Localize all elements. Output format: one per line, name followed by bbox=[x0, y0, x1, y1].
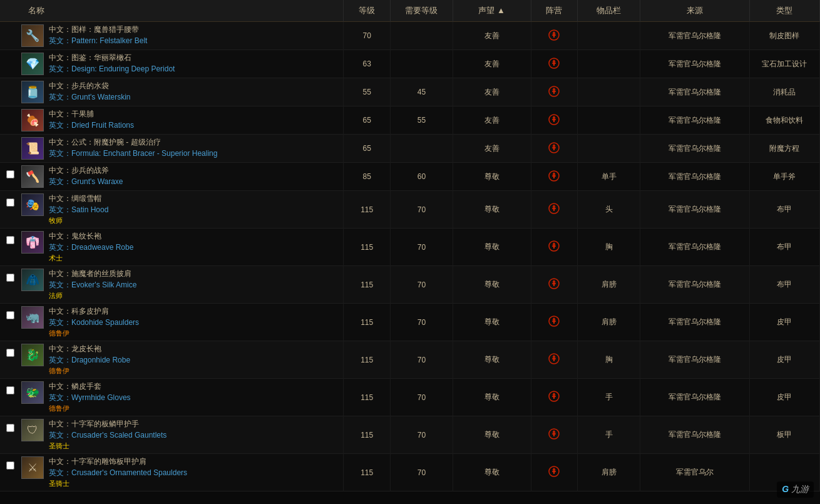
item-type: 附魔方程 bbox=[749, 135, 819, 163]
item-en-name[interactable]: 英文：Dragonhide Robe bbox=[49, 355, 130, 366]
item-names: 中文：鬼纹长袍英文：Dreadweave Robe术士 bbox=[49, 231, 133, 263]
item-level: 115 bbox=[344, 341, 391, 379]
item-en-name[interactable]: 英文：Dreadweave Robe bbox=[49, 242, 133, 253]
watermark: G 九游 bbox=[777, 481, 814, 491]
item-en-name[interactable]: 英文：Satin Hood bbox=[49, 205, 108, 215]
item-cn-name: 中文：施魔者的丝质披肩 bbox=[49, 269, 136, 279]
reputation-value: 友善 bbox=[453, 22, 531, 50]
table-row[interactable]: 🪓中文：步兵的战斧英文：Grunt's Waraxe8560尊敬 单手军需官乌尔… bbox=[0, 163, 820, 191]
item-source: 军需官乌尔格隆 bbox=[640, 266, 750, 304]
table-row[interactable]: 👘中文：鬼纹长袍英文：Dreadweave Robe术士11570尊敬 胸军需官… bbox=[0, 229, 820, 266]
row-checkbox[interactable] bbox=[6, 274, 14, 282]
sort-arrow-icon: ▲ bbox=[497, 6, 505, 15]
svg-point-7 bbox=[553, 118, 555, 121]
item-en-name[interactable]: 英文：Crusader's Scaled Gauntlets bbox=[49, 430, 167, 441]
svg-point-23 bbox=[553, 395, 555, 398]
reputation-value: 尊敬 bbox=[453, 304, 531, 341]
item-type: 板甲 bbox=[749, 416, 819, 454]
row-checkbox[interactable] bbox=[6, 424, 14, 432]
col-req-level: 需要等级 bbox=[391, 0, 453, 22]
item-cn-name: 中文：鬼纹长袍 bbox=[49, 231, 133, 242]
item-names: 中文：步兵的战斧英文：Grunt's Waraxe bbox=[49, 165, 123, 187]
col-source: 来源 bbox=[640, 0, 750, 22]
table-row[interactable]: 🍖中文：干果脯英文：Dried Fruit Rations6555友善 军需官乌… bbox=[0, 106, 820, 135]
reputation-value: 友善 bbox=[453, 50, 531, 78]
item-subclass: 德鲁伊 bbox=[49, 404, 131, 413]
row-checkbox[interactable] bbox=[6, 386, 14, 394]
item-en-name[interactable]: 英文：Kodohide Spaulders bbox=[49, 317, 139, 328]
table-row[interactable]: ⚔中文：十字军的雕饰板甲护肩英文：Crusader's Ornamented S… bbox=[0, 454, 820, 491]
required-level bbox=[391, 50, 453, 78]
required-level: 45 bbox=[391, 78, 453, 106]
table-row[interactable]: 🛡中文：十字军的板鳞甲护手英文：Crusader's Scaled Gauntl… bbox=[0, 416, 820, 454]
svg-point-5 bbox=[553, 90, 555, 93]
required-level bbox=[391, 22, 453, 50]
svg-point-11 bbox=[553, 175, 555, 177]
col-reputation[interactable]: 声望 ▲ bbox=[453, 0, 531, 22]
item-en-name[interactable]: 英文：Wyrmhide Gloves bbox=[49, 393, 131, 403]
horde-icon bbox=[548, 63, 560, 71]
required-level: 60 bbox=[391, 163, 453, 191]
item-slot: 肩膀 bbox=[578, 454, 640, 491]
item-en-name[interactable]: 英文：Grunt's Waterskin bbox=[49, 92, 131, 103]
item-cn-name: 中文：图鉴：华丽翠橄石 bbox=[49, 53, 175, 63]
row-checkbox[interactable] bbox=[6, 236, 14, 244]
table-row[interactable]: 🐉中文：龙皮长袍英文：Dragonhide Robe德鲁伊11570尊敬 胸军需… bbox=[0, 341, 820, 379]
item-slot bbox=[578, 106, 640, 135]
item-names: 中文：科多皮护肩英文：Kodohide Spaulders德鲁伊 bbox=[49, 306, 139, 338]
horde-icon bbox=[548, 358, 560, 367]
faction-icon-cell bbox=[531, 304, 578, 341]
item-names: 中文：图鉴：华丽翠橄石英文：Design: Enduring Deep Peri… bbox=[49, 53, 175, 75]
item-type: 食物和饮料 bbox=[749, 106, 819, 135]
item-en-name[interactable]: 英文：Design: Enduring Deep Peridot bbox=[49, 64, 175, 75]
row-checkbox[interactable] bbox=[6, 349, 14, 357]
required-level: 70 bbox=[391, 341, 453, 379]
item-en-name[interactable]: 英文：Crusader's Ornamented Spaulders bbox=[49, 468, 187, 478]
name-cell-container: 🔧中文：图样：魔兽猎手腰带英文：Pattern: Felstalker Belt bbox=[0, 22, 344, 50]
faction-icon-cell bbox=[531, 454, 578, 491]
row-checkbox[interactable] bbox=[6, 461, 14, 470]
row-checkbox[interactable] bbox=[6, 311, 14, 319]
item-names: 中文：步兵的水袋英文：Grunt's Waterskin bbox=[49, 81, 131, 103]
item-slot bbox=[578, 78, 640, 106]
name-cell-container: 👘中文：鬼纹长袍英文：Dreadweave Robe术士 bbox=[0, 229, 344, 266]
item-icon: 🐉 bbox=[21, 344, 44, 366]
item-subclass: 牧师 bbox=[49, 216, 108, 225]
item-subclass: 术士 bbox=[49, 254, 133, 263]
table-row[interactable]: 🫙中文：步兵的水袋英文：Grunt's Waterskin5545友善 军需官乌… bbox=[0, 78, 820, 106]
item-type: 制皮图样 bbox=[749, 22, 819, 50]
item-subclass: 圣骑士 bbox=[49, 441, 167, 451]
svg-point-21 bbox=[553, 357, 555, 360]
table-row[interactable]: 🔧中文：图样：魔兽猎手腰带英文：Pattern: Felstalker Belt… bbox=[0, 22, 820, 50]
item-source: 军需官乌尔格隆 bbox=[640, 416, 750, 454]
table-row[interactable]: 🎭中文：绸缎雪帽英文：Satin Hood牧师11570尊敬 头军需官乌尔格隆布… bbox=[0, 191, 820, 229]
table-row[interactable]: 📜中文：公式：附魔护腕 - 超级治疗英文：Formula: Enchant Br… bbox=[0, 135, 820, 163]
reputation-value: 尊敬 bbox=[453, 191, 531, 229]
row-checkbox[interactable] bbox=[6, 170, 14, 178]
faction-icon-cell bbox=[531, 50, 578, 78]
item-icon: 🍖 bbox=[21, 109, 44, 131]
row-checkbox[interactable] bbox=[6, 198, 14, 207]
item-cn-name: 中文：绸缎雪帽 bbox=[49, 193, 108, 204]
item-type: 布甲 bbox=[749, 266, 819, 304]
item-subclass: 德鲁伊 bbox=[49, 329, 139, 338]
item-names: 中文：龙皮长袍英文：Dragonhide Robe德鲁伊 bbox=[49, 344, 130, 376]
horde-icon bbox=[548, 321, 560, 329]
table-row[interactable]: 💎中文：图鉴：华丽翠橄石英文：Design: Enduring Deep Per… bbox=[0, 50, 820, 78]
item-cn-name: 中文：公式：附魔护腕 - 超级治疗 bbox=[49, 137, 217, 148]
reputation-value: 尊敬 bbox=[453, 266, 531, 304]
item-slot bbox=[578, 22, 640, 50]
name-cell-container: ⚔中文：十字军的雕饰板甲护肩英文：Crusader's Ornamented S… bbox=[0, 454, 344, 491]
item-en-name[interactable]: 英文：Evoker's Silk Amice bbox=[49, 280, 136, 291]
item-level: 115 bbox=[344, 454, 391, 491]
name-cell-container: 📜中文：公式：附魔护腕 - 超级治疗英文：Formula: Enchant Br… bbox=[0, 135, 344, 163]
item-en-name[interactable]: 英文：Pattern: Felstalker Belt bbox=[49, 36, 147, 46]
item-en-name[interactable]: 英文：Grunt's Waraxe bbox=[49, 177, 123, 187]
item-source: 军需官乌尔格隆 bbox=[640, 163, 750, 191]
item-en-name[interactable]: 英文：Formula: Enchant Bracer - Superior He… bbox=[49, 148, 217, 159]
table-row[interactable]: 🦏中文：科多皮护肩英文：Kodohide Spaulders德鲁伊11570尊敬… bbox=[0, 304, 820, 341]
table-row[interactable]: 🧥中文：施魔者的丝质披肩英文：Evoker's Silk Amice法师1157… bbox=[0, 266, 820, 304]
reputation-value: 尊敬 bbox=[453, 229, 531, 266]
table-row[interactable]: 🐲中文：鳞皮手套英文：Wyrmhide Gloves德鲁伊11570尊敬 手军需… bbox=[0, 379, 820, 416]
item-en-name[interactable]: 英文：Dried Fruit Rations bbox=[49, 120, 134, 131]
